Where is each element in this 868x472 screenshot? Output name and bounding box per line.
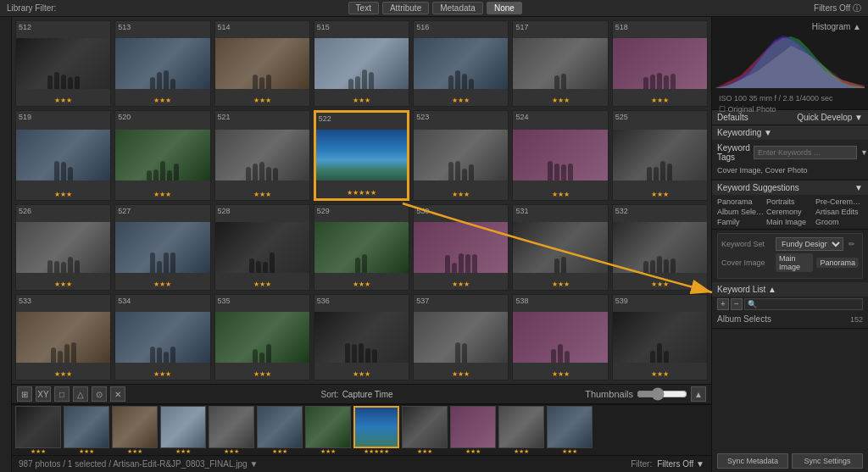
photo-cell-529[interactable]: 529★★★ bbox=[314, 204, 409, 291]
film-item-5[interactable]: ★★★ bbox=[257, 406, 303, 455]
suggestion-artisan-edits[interactable]: Artisan Edits bbox=[815, 208, 863, 216]
keyword-set-dropdown[interactable]: Fundy Design.... bbox=[776, 237, 843, 251]
suggestion-panorama[interactable]: Panorama bbox=[717, 197, 765, 206]
photo-cell-528[interactable]: 528★★★ bbox=[214, 204, 310, 291]
film-item-9[interactable]: ★★★ bbox=[450, 406, 496, 455]
keywording-header[interactable]: Keywording ▼ bbox=[712, 125, 868, 140]
photo-cell-536[interactable]: 536★★★ bbox=[314, 294, 409, 380]
sort-value[interactable]: Capture Time bbox=[342, 390, 393, 399]
photo-cell-527[interactable]: 527★★★ bbox=[114, 204, 210, 291]
film-thumb-inner-0 bbox=[16, 407, 60, 447]
film-item-0[interactable]: ★★★ bbox=[15, 406, 61, 455]
film-thumb-4[interactable] bbox=[209, 406, 254, 448]
suggestion-groom[interactable]: Groom bbox=[815, 218, 863, 226]
sync-buttons: Sync Metadata Sync Settings bbox=[712, 450, 868, 472]
photo-cell-521[interactable]: 521★★★ bbox=[214, 110, 310, 200]
painter-btn[interactable]: ⊙ bbox=[92, 386, 107, 402]
photo-cell-537[interactable]: 537★★★ bbox=[413, 294, 509, 380]
remove-keyword-btn[interactable]: − bbox=[731, 298, 743, 310]
film-thumb-1[interactable] bbox=[64, 406, 109, 448]
suggestion-album-selects[interactable]: Album Selects bbox=[717, 208, 765, 216]
photo-cell-517[interactable]: 517★★★ bbox=[512, 20, 608, 107]
filter-none-btn[interactable]: None bbox=[487, 2, 522, 14]
filter-attribute-btn[interactable]: Attribute bbox=[382, 2, 429, 14]
film-item-1[interactable]: ★★★ bbox=[64, 406, 109, 455]
photo-cell-514[interactable]: 514★★★ bbox=[214, 20, 310, 107]
photo-cell-525[interactable]: 525★★★ bbox=[612, 110, 708, 200]
film-thumb-3[interactable] bbox=[160, 406, 206, 448]
film-thumb-8[interactable] bbox=[402, 406, 448, 448]
add-keyword-btn[interactable]: + bbox=[717, 298, 729, 310]
film-thumb-inner-3 bbox=[161, 407, 205, 447]
photo-cell-535[interactable]: 535★★★ bbox=[214, 294, 310, 380]
filter-value[interactable]: Filters Off ▼ bbox=[657, 459, 704, 469]
photo-cell-512[interactable]: 512★★★ bbox=[15, 20, 111, 107]
photo-stars-520: ★★★ bbox=[153, 191, 171, 198]
delete-btn[interactable]: ✕ bbox=[110, 386, 125, 402]
film-item-10[interactable]: ★★★ bbox=[498, 406, 544, 455]
photo-cell-539[interactable]: 539★★★ bbox=[612, 294, 708, 380]
main-image-tag[interactable]: Main Image bbox=[776, 253, 813, 272]
photo-cell-531[interactable]: 531★★★ bbox=[512, 204, 608, 291]
film-thumb-6[interactable] bbox=[305, 406, 351, 448]
photo-cell-523[interactable]: 523★★★ bbox=[413, 110, 509, 200]
keyword-set-edit-icon[interactable]: ✏ bbox=[849, 240, 855, 248]
photo-cell-532[interactable]: 532★★★ bbox=[612, 204, 708, 291]
photo-cell-524[interactable]: 524★★★ bbox=[512, 110, 608, 200]
survey-view-btn[interactable]: □ bbox=[54, 386, 70, 402]
toggle-filmstrip-btn[interactable]: ▲ bbox=[691, 386, 706, 402]
film-item-3[interactable]: ★★★ bbox=[160, 406, 206, 455]
photo-stars-514: ★★★ bbox=[253, 97, 271, 104]
film-thumb-7[interactable] bbox=[353, 406, 399, 448]
film-item-11[interactable]: ★★★ bbox=[547, 406, 593, 455]
keyword-tags-input[interactable] bbox=[754, 146, 857, 159]
keyword-suggestions-header[interactable]: Keyword Suggestions ▼ bbox=[712, 180, 868, 195]
film-item-8[interactable]: ★★★ bbox=[402, 406, 448, 455]
suggestion-portraits[interactable]: Portraits bbox=[766, 197, 814, 206]
suggestion-ceremony[interactable]: Ceremony bbox=[766, 208, 814, 216]
film-item-6[interactable]: ★★★ bbox=[305, 406, 351, 455]
grid-view-btn[interactable]: ⊞ bbox=[17, 386, 32, 402]
photo-thumb-529 bbox=[314, 222, 409, 273]
keyword-options-icon[interactable]: ▼ bbox=[860, 148, 868, 157]
photo-num-514: 514 bbox=[218, 23, 231, 31]
photo-cell-534[interactable]: 534★★★ bbox=[114, 294, 210, 380]
filter-text-btn[interactable]: Text bbox=[348, 2, 379, 14]
film-item-4[interactable]: ★★★ bbox=[209, 406, 254, 455]
thumbnail-size-slider[interactable] bbox=[637, 391, 687, 397]
suggestion-family[interactable]: Family bbox=[717, 218, 765, 226]
people-view-btn[interactable]: △ bbox=[73, 386, 88, 402]
sync-metadata-btn[interactable]: Sync Metadata bbox=[717, 453, 788, 469]
photo-cell-520[interactable]: 520★★★ bbox=[114, 110, 210, 200]
photo-cell-538[interactable]: 538★★★ bbox=[512, 294, 608, 380]
compare-view-btn[interactable]: XY bbox=[36, 386, 51, 402]
film-thumb-5[interactable] bbox=[257, 406, 303, 448]
film-thumb-11[interactable] bbox=[547, 406, 593, 448]
film-item-2[interactable]: ★★★ bbox=[112, 406, 158, 455]
keyword-search-input[interactable] bbox=[744, 298, 863, 310]
film-thumb-2[interactable] bbox=[112, 406, 158, 448]
original-photo-checkbox[interactable]: ☐ Original Photo bbox=[715, 104, 865, 114]
keyword-name[interactable]: Album Selects bbox=[717, 314, 771, 324]
suggestion-main-image[interactable]: Main Image bbox=[766, 218, 814, 226]
filter-metadata-btn[interactable]: Metadata bbox=[432, 2, 483, 14]
keyword-list-header[interactable]: Keyword List ▲ bbox=[712, 282, 868, 297]
photo-stars-534: ★★★ bbox=[153, 370, 171, 378]
sync-settings-btn[interactable]: Sync Settings bbox=[792, 453, 863, 469]
photo-cell-533[interactable]: 533★★★ bbox=[15, 294, 111, 380]
photo-cell-513[interactable]: 513★★★ bbox=[114, 20, 210, 107]
photo-cell-515[interactable]: 515★★★ bbox=[314, 20, 409, 107]
photo-cell-522[interactable]: 522★★★★★ bbox=[314, 110, 409, 200]
photo-cell-518[interactable]: 518★★★ bbox=[612, 20, 708, 107]
panorama-tag[interactable]: Panorama bbox=[816, 258, 859, 268]
photo-cell-516[interactable]: 516★★★ bbox=[413, 20, 509, 107]
film-thumb-0[interactable] bbox=[15, 406, 61, 448]
photo-cell-519[interactable]: 519★★★ bbox=[15, 110, 111, 200]
photo-thumb-516 bbox=[414, 38, 508, 89]
film-item-7[interactable]: ★★★★★ bbox=[353, 406, 399, 455]
photo-cell-530[interactable]: 530★★★ bbox=[413, 204, 509, 291]
film-thumb-10[interactable] bbox=[498, 406, 544, 448]
film-thumb-9[interactable] bbox=[450, 406, 496, 448]
suggestion-pre-ceremony[interactable]: Pre-Ceremony bbox=[815, 197, 863, 206]
photo-cell-526[interactable]: 526★★★ bbox=[15, 204, 111, 291]
